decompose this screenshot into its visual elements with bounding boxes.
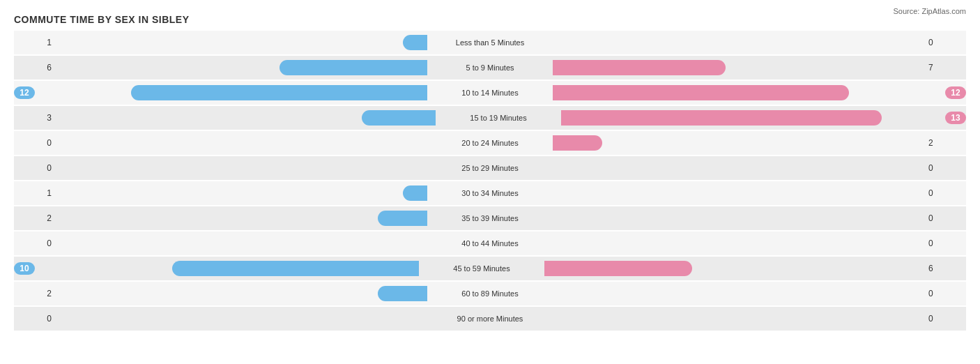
row-label: 20 to 24 Minutes [427,139,553,147]
right-bar-wrap [553,286,924,301]
left-bar-wrap [56,286,427,301]
right-bar-wrap [553,236,924,251]
chart-row: 1 30 to 34 Minutes 0 [14,181,966,205]
bars-center: 90 or more Minutes [56,307,924,331]
chart-row: 0 25 to 29 Minutes 0 [14,156,966,180]
male-bar [403,35,427,50]
female-value: 0 [924,238,966,248]
right-bar-wrap [553,85,941,100]
right-bar-wrap [544,261,924,276]
row-label: 90 or more Minutes [427,314,553,323]
chart-area: 1 Less than 5 Minutes 0 6 5 to 9 Minutes… [14,31,966,318]
female-value: 0 [924,188,966,198]
male-value: 2 [14,289,56,298]
female-value: 0 [924,38,966,47]
left-bar-wrap [56,236,427,251]
row-label: 35 to 39 Minutes [427,214,553,222]
chart-row: 6 5 to 9 Minutes 7 [14,56,966,79]
left-bar-wrap [39,261,419,276]
female-bar [544,261,692,276]
chart-row: 0 40 to 44 Minutes 0 [14,232,966,255]
female-value: 7 [924,63,966,73]
left-bar-wrap [56,135,427,151]
male-bar [378,286,427,301]
male-value: 0 [14,314,56,324]
male-bar [403,185,427,201]
chart-row: 10 45 to 59 Minutes 6 [14,257,966,280]
right-bar-wrap [553,211,924,226]
row-label: 25 to 29 Minutes [427,164,553,172]
chart-row: 0 90 or more Minutes 0 [14,307,966,331]
male-value: 0 [14,138,56,148]
row-label: 30 to 34 Minutes [427,189,553,197]
male-bar [280,60,427,75]
female-value: 0 [924,314,966,324]
bars-center: 45 to 59 Minutes [39,257,924,280]
chart-row: 2 35 to 39 Minutes 0 [14,206,966,230]
row-label: 60 to 89 Minutes [427,289,553,298]
male-value: 0 [14,238,56,248]
left-bar-wrap [56,160,427,176]
right-bar-wrap [553,311,924,326]
row-label: 15 to 19 Minutes [436,114,561,122]
chart-container: COMMUTE TIME BY SEX IN SIBLEY Source: Zi… [0,0,980,364]
right-bar-wrap [561,110,941,126]
bars-center: Less than 5 Minutes [56,31,924,54]
right-bar-wrap [553,135,924,151]
female-value: 12 [945,86,966,99]
left-bar-wrap [56,185,427,201]
male-bar [172,261,419,276]
bars-center: 25 to 29 Minutes [56,156,924,180]
male-value: 2 [14,213,56,223]
female-bar [561,110,882,126]
male-bar [131,85,427,100]
right-bar-wrap [553,160,924,176]
left-bar-wrap [56,311,427,326]
female-value: 0 [924,289,966,298]
right-bar-wrap [553,185,924,201]
female-value: 13 [945,112,966,124]
chart-row: 0 20 to 24 Minutes 2 [14,131,966,155]
left-bar-wrap [56,211,427,226]
left-bar-wrap [39,85,427,100]
male-value: 10 [14,262,35,275]
left-bar-wrap [56,35,427,50]
female-bar [553,135,602,151]
chart-row: 3 15 to 19 Minutes 13 [14,106,966,130]
right-bar-wrap [553,60,924,75]
row-label: 5 to 9 Minutes [427,63,553,72]
left-bar-wrap [56,110,436,126]
female-value: 0 [924,163,966,173]
bars-center: 15 to 19 Minutes [56,106,941,130]
chart-row: 1 Less than 5 Minutes 0 [14,31,966,54]
source-label: Source: ZipAtlas.com [893,7,966,15]
chart-row: 2 60 to 89 Minutes 0 [14,282,966,305]
row-label: Less than 5 Minutes [427,38,553,47]
left-bar-wrap [56,60,427,75]
bars-center: 5 to 9 Minutes [56,56,924,79]
row-label: 40 to 44 Minutes [427,239,553,248]
male-value: 3 [14,113,56,123]
female-value: 2 [924,138,966,148]
male-bar [362,110,436,126]
bars-center: 20 to 24 Minutes [56,131,924,155]
row-label: 10 to 14 Minutes [427,89,553,97]
male-bar [378,211,427,226]
female-bar [553,85,849,100]
male-value: 6 [14,63,56,73]
male-value: 12 [14,86,35,99]
male-value: 1 [14,38,56,47]
right-bar-wrap [553,35,924,50]
bars-center: 60 to 89 Minutes [56,282,924,305]
female-bar [553,60,726,75]
chart-title: COMMUTE TIME BY SEX IN SIBLEY [14,14,966,25]
bars-center: 35 to 39 Minutes [56,206,924,230]
female-value: 6 [924,264,966,273]
bars-center: 10 to 14 Minutes [39,81,941,105]
bars-center: 40 to 44 Minutes [56,232,924,255]
female-value: 0 [924,213,966,223]
row-label: 45 to 59 Minutes [419,264,544,273]
male-value: 1 [14,188,56,198]
chart-row: 12 10 to 14 Minutes 12 [14,81,966,105]
male-value: 0 [14,163,56,173]
